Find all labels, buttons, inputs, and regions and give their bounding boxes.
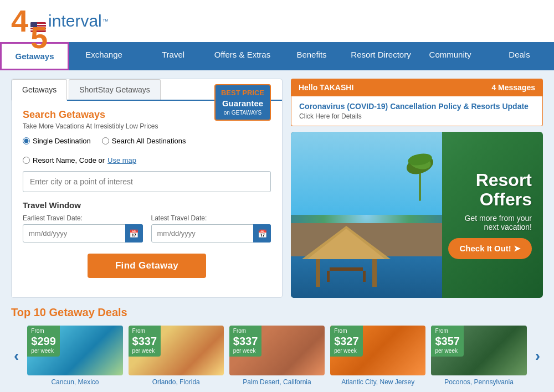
svg-rect-2	[316, 259, 320, 287]
travel-window-title: Travel Window	[23, 200, 271, 210]
svg-rect-3	[372, 259, 377, 287]
deal-image-palmdesert: From $337 per week	[229, 326, 325, 375]
svg-rect-4	[330, 267, 363, 271]
logo-five: 5	[30, 22, 48, 53]
alert-banner[interactable]: Coronavirus (COVID-19) Cancellation Poli…	[291, 96, 543, 126]
radio-group: Single Destination Search All Destinatio…	[23, 137, 271, 164]
hello-bar: Hello TAKASHI 4 Messages	[291, 79, 543, 96]
svg-marker-1	[307, 229, 385, 259]
messages-count: 4 Messages	[491, 83, 535, 92]
tab-getaways[interactable]: Getaways	[12, 79, 67, 101]
nav-item-deals[interactable]: Deals	[485, 42, 554, 70]
svg-rect-5	[327, 271, 330, 282]
best-price-badge: BEST PRICE Guarantee on GETAWAYS	[214, 84, 271, 120]
search-form: BEST PRICE Guarantee on GETAWAYS Search …	[12, 101, 282, 286]
city-input[interactable]	[23, 171, 271, 192]
deal-location-poconos: Poconos, Pennsylvania	[431, 378, 526, 386]
main-content: Getaways ShortStay Getaways BEST PRICE G…	[0, 70, 554, 306]
deals-grid: From $299 per week Cancun, Mexico From $…	[27, 326, 526, 386]
deal-card-poconos[interactable]: From $357 per week Poconos, Pennsylvania	[431, 326, 526, 386]
tab-shortstay[interactable]: ShortStay Getaways	[69, 79, 161, 100]
deal-image-cancun: From $299 per week	[27, 326, 122, 375]
deals-carousel: ‹ From $299 per week Cancun, Mexico	[11, 326, 543, 386]
earliest-calendar-icon[interactable]: 📅	[125, 224, 143, 243]
hello-section: Hello TAKASHI 4 Messages Coronavirus (CO…	[291, 79, 543, 126]
deal-price-badge-palmdesert: From $337 per week	[229, 326, 262, 357]
deal-card-cancun[interactable]: From $299 per week Cancun, Mexico	[27, 326, 122, 386]
earliest-label: Earliest Travel Date:	[23, 214, 143, 222]
logo[interactable]: 4 5 interval ™	[11, 6, 109, 37]
resort-offers-title: ResortOffers	[448, 171, 532, 209]
deal-location-orlando: Orlando, Florida	[129, 378, 224, 386]
latest-date-group: Latest Travel Date: 📅	[151, 214, 271, 243]
hello-greeting: Hello TAKASHI	[299, 83, 353, 92]
alert-title[interactable]: Coronavirus (COVID-19) Cancellation Poli…	[299, 102, 535, 111]
deal-card-palmdesert[interactable]: From $337 per week Palm Desert, Californ…	[229, 326, 325, 386]
deal-price-badge-atlanticcity: From $327 per week	[330, 326, 363, 357]
top-deals-title: Top 10 Getaway Deals	[11, 306, 543, 319]
deal-card-atlanticcity[interactable]: From $327 per week Atlantic City, New Je…	[330, 326, 425, 386]
deal-location-palmdesert: Palm Desert, California	[229, 378, 325, 386]
logo-text: interval	[48, 12, 102, 30]
deal-price-badge-poconos: From $357 per week	[431, 326, 464, 357]
deal-card-orlando[interactable]: From $337 per week Orlando, Florida	[129, 326, 224, 386]
logo-number: 4	[11, 3, 28, 38]
left-panel: Getaways ShortStay Getaways BEST PRICE G…	[11, 79, 283, 298]
latest-date-wrap: 📅	[151, 224, 271, 243]
next-arrow[interactable]: ›	[532, 347, 543, 365]
alert-subtitle: Click Here for Details	[299, 112, 535, 120]
deal-image-poconos: From $357 per week	[431, 326, 526, 375]
svg-rect-6	[363, 271, 366, 282]
right-panel: Hello TAKASHI 4 Messages Coronavirus (CO…	[291, 79, 543, 298]
latest-label: Latest Travel Date:	[151, 214, 271, 222]
bottom-section: Top 10 Getaway Deals ‹ From $299 per wee…	[0, 306, 554, 392]
deal-image-orlando: From $337 per week	[129, 326, 224, 375]
earliest-date-wrap: 📅	[23, 224, 143, 243]
resort-offers-banner[interactable]: ResortOffers Get more from yournext vaca…	[291, 132, 543, 298]
nav-item-resort-directory[interactable]: Resort Directory	[346, 42, 416, 70]
deal-price-badge-cancun: From $299 per week	[27, 326, 60, 357]
deal-image-atlanticcity: From $327 per week	[330, 326, 425, 375]
resort-tagline: Get more from yournext vacation!	[448, 214, 532, 231]
radio-all-destinations[interactable]: Search All Destinations	[102, 137, 186, 145]
main-nav: Getaways Exchange Travel Offers & Extras…	[0, 42, 554, 70]
nav-item-benefits[interactable]: Benefits	[277, 42, 346, 70]
date-row: Earliest Travel Date: 📅 Latest Travel Da…	[23, 214, 271, 243]
deal-price-badge-orlando: From $337 per week	[129, 326, 161, 357]
find-getaway-button[interactable]: Find Getaway	[88, 254, 206, 278]
resort-text-overlay: ResortOffers Get more from yournext vaca…	[443, 159, 543, 270]
logo-tm: ™	[102, 18, 109, 24]
resort-image	[291, 132, 442, 298]
nav-item-exchange[interactable]: Exchange	[69, 42, 138, 70]
header: 4 5 interval ™	[0, 0, 554, 42]
nav-item-offers[interactable]: Offers & Extras	[208, 42, 277, 70]
earliest-date-group: Earliest Travel Date: 📅	[23, 214, 143, 243]
nav-item-community[interactable]: Community	[416, 42, 485, 70]
radio-resort-name[interactable]: Resort Name, Code or Use map	[23, 156, 136, 164]
search-subtitle: Take More Vacations At Irresistibly Low …	[23, 122, 271, 130]
nav-item-travel[interactable]: Travel	[138, 42, 208, 70]
deal-location-cancun: Cancun, Mexico	[27, 378, 122, 386]
deal-location-atlanticcity: Atlantic City, New Jersey	[330, 378, 425, 386]
radio-single-destination[interactable]: Single Destination	[23, 137, 91, 145]
prev-arrow[interactable]: ‹	[11, 347, 22, 365]
check-it-out-button[interactable]: Check It Out! ➤	[448, 238, 532, 259]
latest-calendar-icon[interactable]: 📅	[253, 224, 271, 243]
use-map-link[interactable]: Use map	[107, 156, 136, 164]
